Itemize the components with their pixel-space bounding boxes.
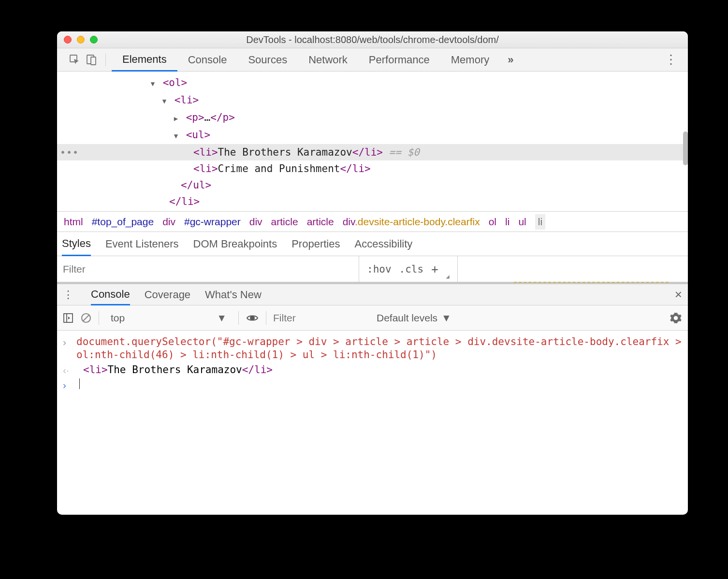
dom-tree-line[interactable]: •••<li>The Brothers Karamazov</li> == $0 xyxy=(57,144,688,160)
styles-tab-strip: Styles Event Listeners DOM Breakpoints P… xyxy=(57,232,688,256)
subtab-styles[interactable]: Styles xyxy=(62,232,91,256)
console-toolbar: top ▼ Default levels ▼ xyxy=(57,305,688,331)
separator xyxy=(266,311,266,325)
breadcrumb-item[interactable]: ul xyxy=(518,216,526,228)
context-label: top xyxy=(111,312,125,324)
disclosure-triangle-icon[interactable]: ▼ xyxy=(160,93,168,109)
console-sidebar-toggle-icon[interactable] xyxy=(63,313,73,323)
tab-network[interactable]: Network xyxy=(298,48,358,71)
svg-point-5 xyxy=(250,316,254,320)
dom-tree-line[interactable]: ▶ <p>…</p> xyxy=(57,109,688,127)
separator xyxy=(105,54,106,66)
breadcrumb-item[interactable]: li xyxy=(505,216,510,228)
separator xyxy=(99,311,99,325)
style-preview-border xyxy=(514,282,669,284)
console-command-text: document.querySelector("#gc-wrapper > di… xyxy=(76,335,682,362)
devtools-window: DevTools - localhost:8080/web/tools/chro… xyxy=(57,31,688,515)
drawer-tab-whatsnew[interactable]: What's New xyxy=(205,289,262,301)
subtab-properties[interactable]: Properties xyxy=(291,238,340,250)
dom-tree-line[interactable]: </li> xyxy=(57,193,688,210)
breadcrumb-item[interactable]: #gc-wrapper xyxy=(184,216,241,228)
tab-console[interactable]: Console xyxy=(177,48,238,71)
styles-filter-input[interactable] xyxy=(57,263,359,275)
breadcrumb-item[interactable]: div.devsite-article-body.clearfix xyxy=(343,216,480,228)
console-result-text: <li>The Brothers Karamazov</li> xyxy=(76,363,273,376)
clear-console-icon[interactable] xyxy=(80,312,92,324)
resizer-icon[interactable]: ◢ xyxy=(446,273,450,280)
svg-rect-2 xyxy=(91,57,96,65)
disclosure-triangle-icon[interactable]: ▼ xyxy=(172,128,180,144)
inspect-element-icon[interactable] xyxy=(67,52,83,68)
main-tab-strip: Elements Console Sources Network Perform… xyxy=(57,48,688,72)
hov-toggle[interactable]: :hov xyxy=(367,263,392,275)
dropdown-arrow-icon: ▼ xyxy=(441,312,451,324)
breadcrumb-item[interactable]: li xyxy=(535,214,545,230)
tab-performance[interactable]: Performance xyxy=(358,48,440,71)
breadcrumb-path: html#top_of_pagediv#gc-wrapperdivarticle… xyxy=(57,212,688,232)
close-window-button[interactable] xyxy=(64,36,72,43)
console-body[interactable]: › document.querySelector("#gc-wrapper > … xyxy=(57,331,688,515)
dom-tree-panel[interactable]: ▼ <ol>▼ <li>▶ <p>…</p>▼ <ul>•••<li>The B… xyxy=(57,72,688,212)
tab-memory[interactable]: Memory xyxy=(440,48,500,71)
chevron-right-icon: › xyxy=(63,378,70,391)
traffic-lights xyxy=(64,36,98,43)
minimize-window-button[interactable] xyxy=(77,36,85,43)
console-filter-input[interactable] xyxy=(273,312,370,324)
context-selector[interactable]: top ▼ xyxy=(106,312,232,324)
console-command-row[interactable]: › document.querySelector("#gc-wrapper > … xyxy=(63,334,682,362)
subtab-accessibility[interactable]: Accessibility xyxy=(354,238,412,250)
cls-toggle[interactable]: .cls xyxy=(399,263,424,275)
subtab-dom-breakpoints[interactable]: DOM Breakpoints xyxy=(193,238,277,250)
breadcrumb-item[interactable]: ol xyxy=(489,216,496,228)
dom-tree-line[interactable]: <li>Crime and Punishment</li> xyxy=(57,160,688,177)
dom-tree-line[interactable]: </ul> xyxy=(57,177,688,193)
drawer-close-icon[interactable]: × xyxy=(675,287,682,302)
drawer-menu-icon[interactable]: ⋮ xyxy=(63,289,73,301)
breadcrumb-item[interactable]: div xyxy=(249,216,262,228)
text-cursor xyxy=(79,378,80,389)
live-expression-icon[interactable] xyxy=(246,311,259,325)
console-settings-icon[interactable] xyxy=(670,312,682,324)
breadcrumb-item[interactable]: article xyxy=(307,216,334,228)
dom-tree-line[interactable]: ▼ <ol> xyxy=(57,74,688,92)
breadcrumb-item[interactable]: html xyxy=(64,216,83,228)
breadcrumb-item[interactable]: div xyxy=(162,216,175,228)
more-tabs-icon[interactable]: » xyxy=(500,54,521,66)
drawer-tab-strip: ⋮ Console Coverage What's New × xyxy=(57,282,688,305)
breadcrumb-item[interactable]: article xyxy=(271,216,298,228)
dom-tree-line[interactable]: ▼ <ul> xyxy=(57,127,688,144)
titlebar: DevTools - localhost:8080/web/tools/chro… xyxy=(57,31,688,48)
console-result-row[interactable]: ‹· <li>The Brothers Karamazov</li> xyxy=(63,362,682,377)
zoom-window-button[interactable] xyxy=(90,36,98,43)
tab-sources[interactable]: Sources xyxy=(237,48,298,71)
new-style-rule-icon[interactable]: + xyxy=(431,262,438,276)
drawer-tab-coverage[interactable]: Coverage xyxy=(145,289,190,301)
chevron-right-icon: › xyxy=(63,335,70,348)
dom-tree-line[interactable]: ▶ <li>…</li> xyxy=(57,210,688,212)
window-title: DevTools - localhost:8080/web/tools/chro… xyxy=(57,34,688,45)
disclosure-triangle-icon[interactable]: ▶ xyxy=(160,211,168,212)
dom-tree-line[interactable]: ▼ <li> xyxy=(57,92,688,109)
subtab-event-listeners[interactable]: Event Listeners xyxy=(105,238,179,250)
log-level-selector[interactable]: Default levels ▼ xyxy=(377,312,451,324)
separator xyxy=(238,311,239,325)
breadcrumb-item[interactable]: #top_of_page xyxy=(92,216,154,228)
result-indicator-icon: ‹· xyxy=(63,363,70,376)
console-prompt[interactable]: › xyxy=(63,377,682,392)
row-actions-icon[interactable]: ••• xyxy=(60,145,79,160)
drawer-tab-console[interactable]: Console xyxy=(91,285,130,305)
styles-filter-row: :hov .cls + ◢ xyxy=(57,256,688,282)
main-menu-icon[interactable]: ⋮ xyxy=(660,52,682,67)
disclosure-triangle-icon[interactable]: ▼ xyxy=(149,76,157,91)
tab-elements[interactable]: Elements xyxy=(112,49,177,72)
device-toggle-icon[interactable] xyxy=(83,52,100,68)
scrollbar-thumb[interactable] xyxy=(683,131,688,165)
dropdown-arrow-icon: ▼ xyxy=(217,312,227,324)
disclosure-triangle-icon[interactable]: ▶ xyxy=(172,111,180,126)
log-level-label: Default levels xyxy=(377,312,437,324)
